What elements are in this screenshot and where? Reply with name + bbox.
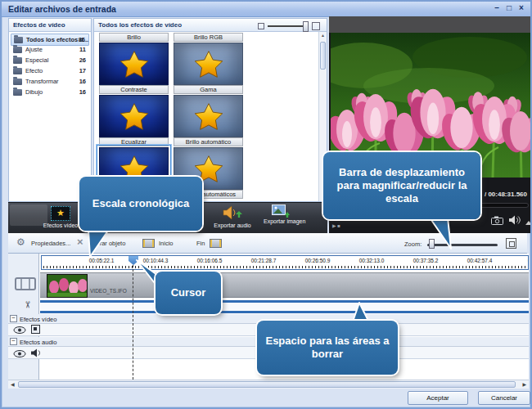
export-audio-icon <box>223 205 242 220</box>
callout-erase-space: Espacio para las áreas a borrar <box>257 321 398 375</box>
eye-icon[interactable] <box>13 326 26 334</box>
effects-category-header: Efectos de vídeo <box>9 19 91 32</box>
effect-label-plate[interactable]: Gama <box>174 85 243 94</box>
callout-zoom-bar: Barra de desplazamiento para magnificar/… <box>323 152 480 219</box>
ruler-tick-label: 00:26:50.9 <box>305 258 331 263</box>
folder-icon <box>13 47 22 53</box>
ruler-tick-label: 00:05:22.1 <box>89 258 115 263</box>
thumb-size-slider-handle[interactable] <box>303 21 309 32</box>
scroll-up-icon[interactable]: ▲ <box>319 32 327 38</box>
folder-icon <box>13 89 22 96</box>
tree-item[interactable]: Efecto17 <box>11 65 89 76</box>
scroll-left-icon[interactable]: ◀ <box>11 380 15 389</box>
tree-item[interactable]: Dibujo16 <box>11 87 89 97</box>
preview-time-display: / 00:48:31.560 <box>485 191 527 198</box>
fit-to-screen-icon[interactable] <box>506 238 516 249</box>
maximize-button[interactable]: □ <box>503 3 515 12</box>
ruler-tick-label: 00:37:35.2 <box>413 258 439 263</box>
properties-button[interactable]: Propiedades... <box>31 240 70 247</box>
mark-start-button[interactable]: Inicio <box>159 240 174 247</box>
video-track-icon <box>15 277 36 290</box>
volume-icon[interactable] <box>509 215 521 225</box>
speaker-icon[interactable] <box>31 348 42 357</box>
callout-tail <box>423 216 464 252</box>
tree-item-label: Efecto <box>25 67 43 74</box>
thumb-size-slider[interactable] <box>268 25 307 27</box>
tree-item-label: Ajuste <box>25 46 43 53</box>
tree-item-count: 11 <box>79 46 86 53</box>
effect-thumbnail[interactable] <box>99 43 169 85</box>
scroll-right-icon[interactable]: ▶ <box>522 380 526 389</box>
effect-label-plate[interactable]: Brillo automático <box>174 137 243 146</box>
tree-item-count: 17 <box>79 67 86 74</box>
ruler-tick-label: 00:16:06.5 <box>197 258 223 263</box>
effect-label-plate[interactable]: Brillo RGB <box>174 33 243 42</box>
tree-item-count: 26 <box>79 56 86 64</box>
timeline-hscrollbar-thumb[interactable] <box>18 381 516 388</box>
mark-end-button[interactable]: Fin <box>196 240 205 247</box>
effect-thumbnail[interactable] <box>174 43 243 85</box>
export-image-icon <box>272 204 290 218</box>
erase-areas-track[interactable] <box>40 300 529 313</box>
thumb-size-small-icon <box>258 23 264 29</box>
callout-timeline-scale: Escala cronológica <box>79 177 202 231</box>
effect-box-icon[interactable] <box>31 325 40 334</box>
ruler-tick-label: 00:42:57.4 <box>467 258 493 263</box>
collapse-icon[interactable]: − <box>10 315 17 322</box>
collapse-icon[interactable]: − <box>10 338 17 345</box>
mark-end-icon[interactable] <box>210 239 222 248</box>
tree-item-count: 86 <box>79 36 85 43</box>
clip-thumbnail[interactable] <box>47 274 88 298</box>
eye-icon[interactable] <box>13 350 26 357</box>
snapshot-icon[interactable] <box>491 216 503 225</box>
effects-tree: Todos los efectos d...86Ajuste11Especial… <box>9 32 91 201</box>
gear-icon[interactable]: ⚙ <box>16 236 25 248</box>
ok-button[interactable]: Aceptar <box>408 391 468 405</box>
callout-tail <box>77 229 118 258</box>
effect-thumbnail[interactable] <box>174 95 243 137</box>
title-bar: Editar archivos de entrada – □ × <box>2 2 530 17</box>
effects-list-panel: Todos los efectos de vídeo BrilloBrillo … <box>93 18 327 202</box>
zoom-label: Zoom: <box>404 240 422 248</box>
window-title: Editar archivos de entrada <box>8 4 116 14</box>
ruler-ticks <box>43 266 526 268</box>
mark-start-icon[interactable] <box>142 239 155 248</box>
expand-icon[interactable] <box>525 221 532 225</box>
cancel-button[interactable]: Cancelar <box>478 391 530 405</box>
effects-grid: BrilloBrillo RGBContrasteGamaEcualizarBr… <box>94 32 318 201</box>
effects-category-panel: Efectos de vídeo Todos los efectos d...8… <box>8 18 92 202</box>
folder-icon <box>14 37 23 43</box>
tree-item[interactable]: Ajuste11 <box>11 44 89 55</box>
effect-label-plate[interactable]: Brillo <box>99 33 169 42</box>
effect-label-plate[interactable]: Contraste <box>99 85 169 94</box>
playback-controls-partial[interactable]: ▶ ■ <box>332 222 340 228</box>
tree-item-label: Especial <box>25 56 48 64</box>
video-track[interactable] <box>40 272 529 298</box>
effect-thumbnail[interactable] <box>99 95 169 137</box>
tree-item-count: 16 <box>79 78 86 85</box>
tree-item-label: Dibujo <box>25 88 43 96</box>
tree-item[interactable]: Transformar16 <box>11 76 89 87</box>
close-button[interactable]: × <box>516 3 527 12</box>
callout-cursor: Cursor <box>156 272 221 314</box>
minimize-button[interactable]: – <box>491 3 503 12</box>
folder-icon <box>13 57 22 64</box>
tree-item-label: Transformar <box>25 78 59 85</box>
folder-icon <box>13 68 22 74</box>
ruler-tick-label: 00:48: <box>528 258 529 263</box>
ruler-tick-label: 00:21:28.7 <box>251 258 277 263</box>
ruler-tick-label: 00:32:13.0 <box>359 258 385 263</box>
thumb-size-large-icon <box>312 22 320 30</box>
tree-item[interactable]: Especial26 <box>11 55 89 65</box>
folder-icon <box>13 79 22 85</box>
film-star-icon: ★ <box>51 206 70 221</box>
effects-scrollbar-thumb[interactable] <box>320 42 326 70</box>
scissors-icon[interactable]: ✂ <box>22 301 33 308</box>
dialog-window: Editar archivos de entrada – □ × Efectos… <box>0 0 532 409</box>
tree-item-count: 16 <box>79 88 86 96</box>
clip-name: VIDEO_TS.IFO <box>90 288 127 294</box>
preview-letterbox <box>329 16 532 33</box>
